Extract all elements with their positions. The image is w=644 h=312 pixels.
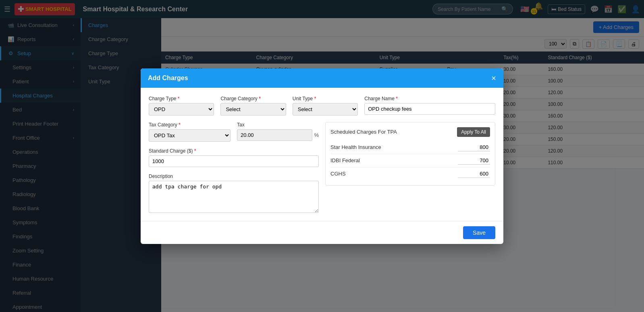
tax-category-group: Tax Category * OPD Tax — [149, 122, 231, 142]
description-textarea[interactable]: add tpa charge for opd — [149, 181, 319, 213]
tpa-name-idbi: IDBI Federal — [330, 157, 360, 163]
apply-all-button[interactable]: Apply To All — [457, 127, 490, 137]
form-row-2: Tax Category * OPD Tax Tax % — [149, 122, 495, 213]
description-group: Description add tpa charge for opd — [149, 174, 319, 213]
modal-body: Charge Type * OPD IPD Operation Charge C… — [141, 88, 503, 221]
unit-type-required: * — [314, 96, 316, 101]
charge-category-required: * — [259, 96, 261, 101]
charge-name-label: Charge Name * — [364, 96, 495, 101]
tpa-input-idbi[interactable] — [458, 157, 490, 165]
tpa-section: Scheduled Charges For TPA Apply To All S… — [325, 122, 495, 186]
modal-title: Add Charges — [148, 74, 188, 82]
tpa-section-title: Scheduled Charges For TPA — [330, 129, 397, 135]
modal-close-button[interactable]: × — [491, 74, 496, 82]
tpa-item-idbi: IDBI Federal — [330, 154, 490, 167]
tax-percent-symbol: % — [314, 132, 319, 138]
tax-group: Tax % — [237, 122, 319, 142]
charge-category-group: Charge Category * Select — [220, 96, 286, 116]
charge-category-label: Charge Category * — [220, 96, 286, 101]
modal-overlay[interactable]: Add Charges × Charge Type * OPD IPD Oper… — [0, 0, 644, 312]
tpa-input-star-health[interactable] — [458, 143, 490, 151]
charge-name-group: Charge Name * — [364, 96, 495, 116]
tax-category-label: Tax Category * — [149, 122, 231, 128]
charge-type-label: Charge Type * — [149, 96, 214, 101]
charge-name-input[interactable] — [364, 103, 495, 115]
tpa-item-cghs: CGHS — [330, 167, 490, 180]
tpa-name-cghs: CGHS — [330, 171, 346, 177]
charge-category-select[interactable]: Select — [220, 103, 286, 116]
add-charges-modal: Add Charges × Charge Type * OPD IPD Oper… — [141, 68, 503, 244]
form-row-1: Charge Type * OPD IPD Operation Charge C… — [149, 96, 495, 116]
modal-header: Add Charges × — [141, 68, 503, 88]
charge-type-group: Charge Type * OPD IPD Operation — [149, 96, 214, 116]
description-label: Description — [149, 174, 319, 179]
tpa-item-star-health: Star Health Insurance — [330, 141, 490, 154]
standard-charge-group: Standard Charge ($) * — [149, 148, 319, 167]
tpa-header: Scheduled Charges For TPA Apply To All — [330, 127, 490, 137]
standard-charge-label: Standard Charge ($) * — [149, 148, 319, 154]
modal-footer: Save — [141, 221, 503, 244]
standard-charge-required: * — [194, 148, 196, 154]
standard-charge-input[interactable] — [149, 155, 319, 167]
tax-category-select[interactable]: OPD Tax — [149, 129, 231, 142]
charge-type-required: * — [178, 96, 180, 101]
tax-label: Tax — [237, 122, 319, 128]
tpa-input-cghs[interactable] — [458, 170, 490, 178]
unit-type-group: Unit Type * Select — [293, 96, 358, 116]
unit-type-label: Unit Type * — [293, 96, 358, 101]
charge-name-required: * — [396, 96, 398, 101]
tax-input[interactable] — [237, 129, 312, 141]
tax-input-row: % — [237, 129, 319, 141]
save-button[interactable]: Save — [463, 226, 495, 239]
left-form-section: Tax Category * OPD Tax Tax % — [149, 122, 319, 213]
unit-type-select[interactable]: Select — [293, 103, 358, 116]
tpa-section-wrapper: Scheduled Charges For TPA Apply To All S… — [325, 122, 495, 213]
tpa-name-star-health: Star Health Insurance — [330, 144, 381, 150]
tax-category-required: * — [179, 122, 181, 128]
tax-row: Tax Category * OPD Tax Tax % — [149, 122, 319, 142]
charge-type-select[interactable]: OPD IPD Operation — [149, 103, 214, 116]
